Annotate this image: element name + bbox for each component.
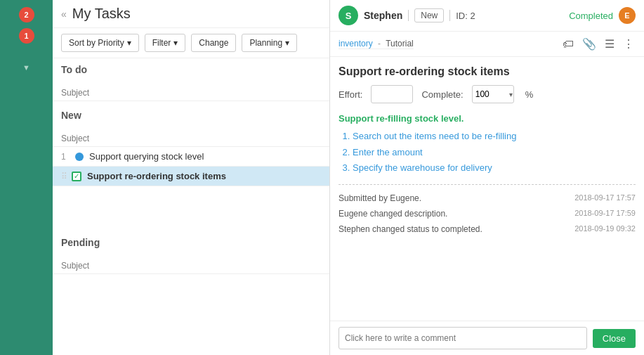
back-button[interactable]: « xyxy=(61,8,67,20)
activity-item-1: Submitted by Eugene. 2018-09-17 17:57 xyxy=(339,191,636,206)
sidebar-badge-2[interactable]: 1 xyxy=(19,28,34,44)
more-icon[interactable]: ⋮ xyxy=(622,36,636,52)
todo-header: To do xyxy=(53,58,329,85)
page-title: My Tasks xyxy=(72,6,131,22)
page-header: « My Tasks xyxy=(53,0,329,28)
drag-handle: ⠿ xyxy=(61,172,67,181)
step-3: Specify the warehouse for delivery xyxy=(353,161,636,176)
e-avatar: E xyxy=(619,7,636,24)
status-badge[interactable]: New xyxy=(414,8,444,22)
planning-button[interactable]: Planning ▾ xyxy=(242,34,297,52)
close-button[interactable]: Close xyxy=(593,329,636,348)
activity-time-3: 2018-09-19 09:32 xyxy=(574,224,636,233)
detail-header: S Stephen New ID: 2 Completed E xyxy=(330,0,644,32)
activity-divider xyxy=(339,184,636,185)
percent-label: % xyxy=(525,89,534,100)
tag-icon[interactable]: 🏷 xyxy=(561,37,575,52)
description-main: Support re-filling stock level. xyxy=(339,112,636,127)
task-number: 1 xyxy=(61,152,75,162)
task-body-title: Support re-ordering stock items xyxy=(339,65,636,78)
step-2: Enter the amount xyxy=(353,146,636,160)
step-1: Search out the items need to be re-filli… xyxy=(353,129,636,144)
activity-item-3: Stephen changed status to completed. 201… xyxy=(339,221,636,237)
complete-label: Complete: xyxy=(421,89,463,100)
change-button[interactable]: Change xyxy=(191,34,236,52)
sidebar: 2 1 ▼ xyxy=(0,0,53,355)
activity-text-2: Eugene changed description. xyxy=(339,209,447,219)
task-item-selected[interactable]: ⠿ Support re-ordering stock items xyxy=(53,167,329,186)
task-label: Support querying stock level xyxy=(89,151,204,162)
sidebar-arrow-down[interactable]: ▼ xyxy=(22,63,30,72)
task-id: ID: 2 xyxy=(456,11,475,21)
activity-time-2: 2018-09-17 17:59 xyxy=(574,209,636,217)
effort-label: Effort: xyxy=(339,89,362,100)
description-steps: Search out the items need to be re-filli… xyxy=(339,129,636,176)
toolbar: Sort by Priority ▾ Filter ▾ Change Plann… xyxy=(53,28,329,58)
breadcrumb: inventory - Tutorial xyxy=(339,39,414,49)
effort-input[interactable] xyxy=(371,85,413,103)
task-status-dot xyxy=(75,153,84,161)
user-avatar: S xyxy=(339,6,358,25)
task-item[interactable]: 1 Support querying stock level xyxy=(53,147,329,167)
activity-item-2: Eugene changed description. 2018-09-17 1… xyxy=(339,206,636,221)
comment-area: Close xyxy=(330,321,644,355)
filter-button[interactable]: Filter ▾ xyxy=(145,34,186,52)
completed-status: Completed xyxy=(569,11,613,21)
comment-input[interactable] xyxy=(339,327,587,349)
activity-list: Submitted by Eugene. 2018-09-17 17:57 Eu… xyxy=(339,191,636,237)
header-separator-2 xyxy=(449,10,450,21)
task-check-icon xyxy=(72,172,81,181)
task-label-selected: Support re-ordering stock items xyxy=(87,171,226,181)
complete-wrapper: 100 0 25 50 75 ▾ xyxy=(472,85,514,103)
sidebar-badge-1[interactable]: 2 xyxy=(19,7,34,22)
breadcrumb-separator: - xyxy=(378,39,381,49)
activity-text-1: Submitted by Eugene. xyxy=(339,193,421,203)
sort-button[interactable]: Sort by Priority ▾ xyxy=(61,34,139,52)
new-section: New Subject 1 Support querying stock lev… xyxy=(53,104,329,186)
activity-time-1: 2018-09-17 17:57 xyxy=(574,193,636,202)
task-description: Support re-filling stock level. Search o… xyxy=(339,112,636,176)
header-separator xyxy=(408,10,409,21)
paperclip-icon[interactable]: 📎 xyxy=(581,36,598,52)
pending-section: Pending Subject xyxy=(53,231,329,274)
effort-row: Effort: Complete: 100 0 25 50 75 ▾ % xyxy=(339,85,636,103)
list-icon[interactable]: ☰ xyxy=(603,36,616,52)
pending-header: Pending xyxy=(53,231,329,258)
task-body: Support re-ordering stock items Effort: … xyxy=(330,57,644,321)
user-name: Stephen xyxy=(364,10,402,21)
complete-select[interactable]: 100 0 25 50 75 xyxy=(472,85,514,103)
breadcrumb-row: inventory - Tutorial 🏷 📎 ☰ ⋮ xyxy=(330,32,644,57)
left-panel: « My Tasks Sort by Priority ▾ Filter ▾ C… xyxy=(53,0,330,355)
todo-section: To do Subject xyxy=(53,58,329,101)
action-icons: 🏷 📎 ☰ ⋮ xyxy=(561,36,636,52)
right-panel: S Stephen New ID: 2 Completed E inventor… xyxy=(330,0,644,355)
activity-text-3: Stephen changed status to completed. xyxy=(339,224,482,234)
breadcrumb-page: Tutorial xyxy=(386,39,414,49)
new-header: New xyxy=(53,104,329,131)
breadcrumb-link[interactable]: inventory xyxy=(339,39,373,49)
